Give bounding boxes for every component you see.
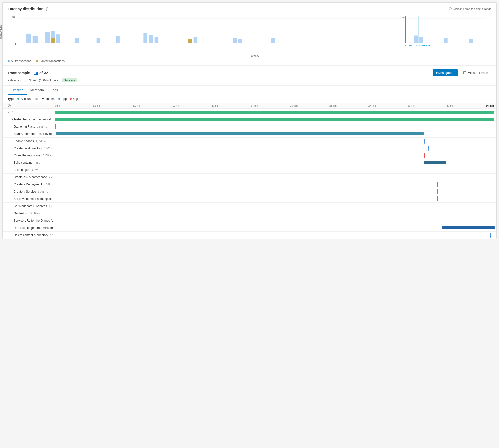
latency-chart[interactable]: 100 10 1 Transactions (8, 13, 491, 53)
tick-11: 36 min (486, 104, 494, 107)
k8s-span-name: Start Kubernetes Test Environment (14, 132, 53, 136)
span-bar-namespace (53, 174, 496, 181)
svg-rect-18 (238, 39, 242, 43)
span-label-yaml: ⚙ test-kube-python-orchestration.yaml 36… (3, 117, 53, 122)
span-row-deployment[interactable]: Create a Deployment 4,047 ms (3, 181, 496, 188)
gathering-duration: 2,535 ms (37, 125, 47, 128)
span-row-run-tests[interactable]: Run tests to generate APM traffic 268 s (3, 224, 496, 232)
chart-legend: All transactions Failed transactions (8, 59, 491, 63)
span-bar-run-tests (53, 224, 496, 231)
span-bar-build-output (53, 166, 496, 173)
tab-timeline[interactable]: Timeline (8, 86, 27, 95)
nodeport-duration: 1,713 ms (49, 205, 53, 208)
tick-10: 33 min (447, 104, 454, 107)
span-row-nodeport[interactable]: Get Nodeport IP Address 1,713 ms (3, 203, 496, 210)
hint-icon: ⓘ (449, 7, 452, 11)
span-row-dev-context[interactable]: Set development namespace context 1,746 … (3, 195, 496, 203)
span-label-dev-context: Set development namespace context 1,746 … (3, 196, 53, 202)
chart-bars-area[interactable]: 95p Current sample 33 min (18, 16, 486, 46)
legend-app: app (58, 97, 67, 101)
service-duration: 3,061 ms (38, 190, 48, 193)
tick-4: 13 min (212, 104, 219, 107)
span-row-k8s[interactable]: Start Kubernetes Test Environment 30 min (3, 130, 496, 138)
env-label: Account Test Environment (21, 97, 55, 101)
span-row-test-url[interactable]: Get test url 3,118 ms (3, 210, 496, 217)
svg-rect-4 (33, 36, 38, 43)
span-row-container[interactable]: Build container 53 s (3, 159, 496, 166)
legend-env: Account Test Environment (17, 97, 55, 101)
span-label-build-dir: Create build directory 1,951 ms (3, 146, 53, 151)
clone-duration: 7,135 ms (42, 154, 53, 157)
span-bar-test-url (53, 210, 496, 217)
clone-dot (424, 153, 425, 158)
span-bar-django-url (53, 217, 496, 224)
next-sample-button[interactable]: › (50, 71, 51, 75)
span-row-service[interactable]: Create a Service 3,061 ms (3, 188, 496, 195)
django-url-dot (442, 218, 442, 223)
sample-of-text: of (39, 71, 43, 75)
svg-rect-19 (271, 38, 275, 43)
k8s-bar (56, 132, 424, 135)
span-label-clone: Clone the repository 7,135 ms (3, 153, 53, 158)
tab-logs[interactable]: Logs (47, 86, 61, 95)
time-ruler-ticks: 0 min 3.3 min 6.7 min 10 min 13 min 17 m… (53, 104, 496, 107)
current-sample-num[interactable]: 10 (34, 71, 38, 75)
span-bar-nodeport (53, 203, 496, 210)
delete-dot (490, 233, 491, 238)
span-label-django-url: Service URL for the Django App 71 ms (3, 218, 53, 223)
span-row-build-output[interactable]: Build output 92 ms (3, 166, 496, 174)
addons-duration: 4,854 ms (36, 140, 46, 143)
span-row-root[interactable]: ∨ 16 (3, 109, 496, 116)
deployment-dot (437, 182, 438, 187)
svg-rect-14 (155, 37, 158, 43)
span-label-delete: Delete content & directory 1,158 ms (3, 232, 53, 238)
span-row-build-dir[interactable]: Create build directory 1,951 ms (3, 145, 496, 152)
build-output-span-name: Build output (14, 168, 29, 172)
span-row-addons[interactable]: Enable Addons 4,854 ms (3, 138, 496, 145)
y-axis-bottom: 1 (15, 43, 16, 46)
legend-all-dot (8, 60, 10, 62)
deployment-span-name: Create a Deployment (14, 183, 42, 186)
investigate-button[interactable]: Investigate (433, 69, 458, 76)
span-row-gathering[interactable]: Gathering Facts 2,535 ms (3, 123, 496, 130)
trace-status-badge: Success (62, 78, 77, 82)
span-row-yaml[interactable]: ⚙ test-kube-python-orchestration.yaml 36… (3, 116, 496, 123)
svg-rect-11 (116, 36, 119, 43)
tab-metadata[interactable]: Metadata (27, 86, 47, 95)
collapse-button[interactable]: ∨ 16 (8, 111, 13, 114)
namespace-dot (433, 175, 433, 180)
svg-rect-23 (469, 39, 473, 43)
svg-rect-17 (233, 38, 237, 43)
tick-5: 17 min (251, 104, 258, 107)
latency-info-icon[interactable]: i (45, 7, 48, 11)
span-label-namespace: Create a k8s namespace 4,495 ms (3, 174, 53, 180)
span-row-namespace[interactable]: Create a k8s namespace 4,495 ms (3, 174, 496, 181)
trace-duration: 36 min (100% of trace) (29, 79, 59, 82)
tick-9: 30 min (408, 104, 415, 107)
tab-list: Timeline Metadata Logs (8, 86, 491, 95)
span-bar-k8s (53, 130, 496, 137)
prev-sample-button[interactable]: ‹ (31, 71, 33, 75)
http-label: http (73, 97, 78, 101)
trace-meta: 9 days ago | 36 min (100% of trace) Succ… (8, 78, 491, 82)
span-bar-deployment (53, 181, 496, 188)
latency-hint: ⓘ Click and drag to select a range (449, 7, 491, 11)
env-dot-blue (58, 98, 60, 100)
tick-6: 20 min (290, 104, 298, 107)
span-row-delete[interactable]: Delete content & directory 1,158 ms (3, 232, 496, 239)
span-label-deployment: Create a Deployment 4,047 ms (3, 182, 53, 187)
tick-0: 0 min (55, 104, 61, 107)
view-full-trace-button[interactable]: View full trace (460, 69, 491, 76)
gathering-dot (55, 124, 56, 129)
namespace-duration: 4,495 ms (49, 176, 53, 179)
span-row-clone[interactable]: Clone the repository 7,135 ms (3, 152, 496, 159)
svg-rect-10 (97, 38, 100, 43)
span-row-django-url[interactable]: Service URL for the Django App 71 ms (3, 217, 496, 224)
service-span-name: Create a Service (14, 190, 36, 193)
tabs-section: Timeline Metadata Logs (3, 86, 496, 95)
svg-rect-21 (419, 37, 423, 43)
svg-rect-8 (51, 38, 55, 43)
svg-rect-22 (444, 38, 447, 43)
span-bar-build-dir (53, 145, 496, 152)
span-label-gathering: Gathering Facts 2,535 ms (3, 124, 53, 129)
